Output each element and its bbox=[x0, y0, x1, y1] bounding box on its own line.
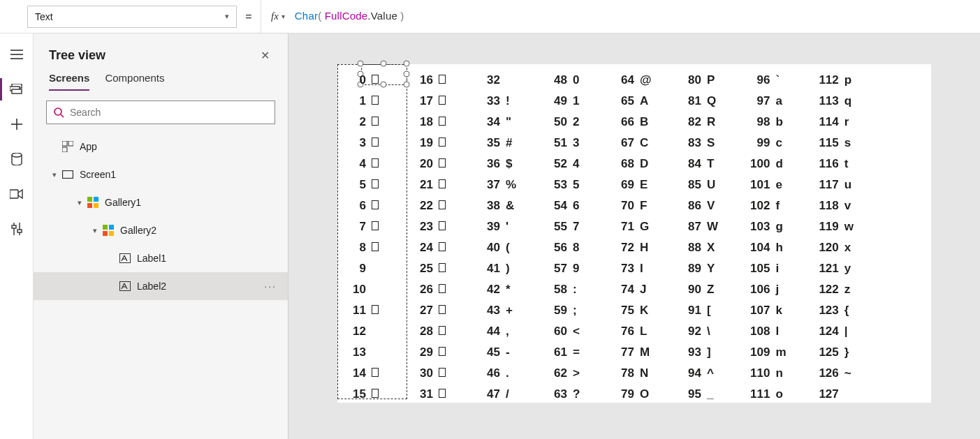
ascii-code: 43 bbox=[482, 300, 506, 321]
ascii-code: 80 bbox=[683, 70, 707, 91]
insert-icon[interactable] bbox=[10, 117, 24, 131]
ascii-row: 6 bbox=[348, 195, 387, 216]
ascii-code: 64 bbox=[616, 70, 640, 91]
ascii-char: & bbox=[506, 195, 521, 216]
ascii-char: ; bbox=[573, 300, 588, 321]
chevron-down-icon[interactable]: ▾ bbox=[89, 226, 101, 235]
tree-node-label: App bbox=[80, 141, 97, 152]
screen-preview[interactable]: 0123456789101112131415161718192021222324… bbox=[337, 64, 931, 403]
tree-node-label: Gallery1 bbox=[105, 197, 141, 208]
property-dropdown[interactable]: Text ▾ bbox=[27, 6, 237, 28]
ascii-code: 124 bbox=[819, 321, 844, 342]
tab-components[interactable]: Components bbox=[105, 72, 164, 91]
ascii-char bbox=[372, 363, 387, 384]
ascii-row: 87W bbox=[683, 216, 722, 237]
media-icon[interactable] bbox=[10, 187, 24, 201]
ascii-code: 57 bbox=[549, 258, 573, 279]
ascii-code: 125 bbox=[819, 342, 844, 363]
close-icon[interactable]: ✕ bbox=[256, 46, 274, 65]
ascii-char bbox=[439, 342, 454, 363]
chevron-down-icon[interactable]: ▾ bbox=[74, 198, 85, 207]
formula-bar[interactable]: fx ▾ Char( FullCode.Value ) bbox=[261, 0, 980, 34]
tree-node-gallery2[interactable]: ▾ Gallery2 bbox=[34, 216, 288, 244]
ascii-gallery: 0123456789101112131415161718192021222324… bbox=[348, 70, 888, 405]
tree-search[interactable] bbox=[46, 101, 275, 124]
tree-node-label2[interactable]: Label2 ··· bbox=[34, 272, 288, 300]
chevron-down-icon[interactable]: ▾ bbox=[281, 13, 285, 20]
ascii-char: \ bbox=[707, 321, 722, 342]
ascii-char: S bbox=[707, 133, 722, 154]
search-input[interactable] bbox=[70, 107, 268, 118]
property-dropdown-value: Text bbox=[35, 11, 53, 22]
ascii-code: 3 bbox=[348, 133, 372, 154]
ascii-row: 104h bbox=[750, 237, 791, 258]
more-icon[interactable]: ··· bbox=[260, 281, 281, 292]
ascii-code: 28 bbox=[415, 321, 439, 342]
ascii-row: 33! bbox=[482, 91, 521, 112]
svg-line-30 bbox=[124, 255, 127, 261]
ascii-char: @ bbox=[640, 70, 655, 91]
ascii-code: 73 bbox=[616, 258, 640, 279]
ascii-row: 103g bbox=[750, 216, 791, 237]
chevron-down-icon[interactable]: ▾ bbox=[49, 170, 60, 179]
ascii-row: 546 bbox=[549, 195, 588, 216]
formula-token-prop: .Value bbox=[367, 10, 397, 22]
ascii-row: 0 bbox=[348, 70, 387, 91]
ascii-char bbox=[439, 279, 454, 300]
ascii-row: 32 bbox=[482, 70, 521, 91]
ascii-char: . bbox=[506, 363, 521, 384]
ascii-row: 37% bbox=[482, 174, 521, 195]
ascii-char: _ bbox=[707, 384, 722, 405]
ascii-code: 37 bbox=[482, 174, 506, 195]
ascii-code: 76 bbox=[616, 321, 640, 342]
ascii-row: 39' bbox=[482, 216, 521, 237]
tree-node-app[interactable]: App bbox=[34, 133, 288, 161]
ascii-code: 34 bbox=[482, 112, 506, 133]
ascii-code: 6 bbox=[348, 195, 372, 216]
ascii-code: 100 bbox=[750, 154, 775, 174]
ascii-code: 20 bbox=[415, 154, 439, 174]
ascii-code: 104 bbox=[750, 237, 775, 258]
ascii-char: O bbox=[640, 384, 655, 405]
tree-node-gallery1[interactable]: ▾ Gallery1 bbox=[34, 188, 288, 216]
tree-node-screen1[interactable]: ▾ Screen1 bbox=[34, 161, 288, 188]
svg-rect-16 bbox=[62, 141, 67, 146]
left-rail bbox=[0, 34, 34, 439]
ascii-char bbox=[372, 300, 387, 321]
ascii-row: 14 bbox=[348, 363, 387, 384]
svg-line-34 bbox=[124, 283, 127, 289]
ascii-code: 70 bbox=[616, 195, 640, 216]
ascii-code: 13 bbox=[348, 342, 372, 363]
ascii-row: 44, bbox=[482, 321, 521, 342]
ascii-code: 9 bbox=[348, 258, 372, 279]
ascii-code: 118 bbox=[819, 195, 844, 216]
tab-screens[interactable]: Screens bbox=[49, 72, 89, 91]
tree-view-icon[interactable] bbox=[10, 82, 24, 96]
data-icon[interactable] bbox=[10, 152, 24, 166]
tools-icon[interactable] bbox=[10, 222, 24, 236]
ascii-code: 7 bbox=[348, 216, 372, 237]
hamburger-icon[interactable] bbox=[10, 47, 24, 61]
ascii-char: ? bbox=[573, 384, 588, 405]
svg-rect-13 bbox=[17, 230, 22, 232]
ascii-row: 8 bbox=[348, 237, 387, 258]
ascii-char: ( bbox=[506, 237, 521, 258]
ascii-row: 91[ bbox=[683, 300, 722, 321]
ascii-code: 53 bbox=[549, 174, 573, 195]
svg-rect-12 bbox=[12, 225, 16, 228]
canvas[interactable]: 0123456789101112131415161718192021222324… bbox=[288, 34, 980, 439]
ascii-row: 15 bbox=[348, 384, 387, 405]
screen-icon bbox=[61, 168, 74, 181]
tree-node-label1[interactable]: Label1 bbox=[34, 244, 288, 272]
ascii-code: 92 bbox=[683, 321, 707, 342]
ascii-row: 61= bbox=[549, 342, 588, 363]
ascii-code: 84 bbox=[683, 154, 707, 174]
formula-token-paren: ( bbox=[318, 10, 325, 22]
ascii-char: ' bbox=[506, 216, 521, 237]
formula-text[interactable]: Char( FullCode.Value ) bbox=[295, 10, 404, 23]
fx-icon: fx bbox=[271, 10, 279, 22]
ascii-char: > bbox=[573, 363, 588, 384]
ascii-code: 111 bbox=[750, 384, 775, 405]
ascii-row: 513 bbox=[549, 133, 588, 154]
formula-token-paren: ) bbox=[397, 10, 404, 22]
